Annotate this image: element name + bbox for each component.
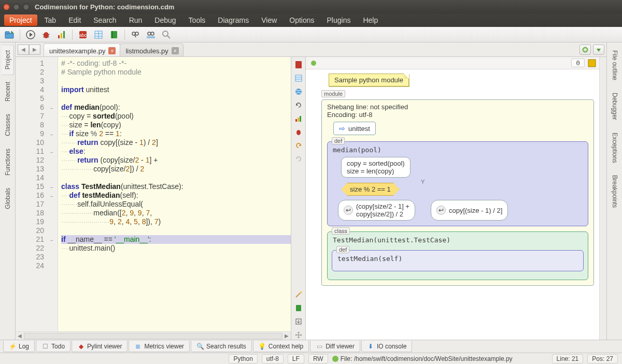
doc-icon[interactable] [294,60,303,69]
body-box: copy = sorted(pool) size = len(copy) [341,157,411,178]
export-icon[interactable] [294,317,303,326]
tab-label: Diff viewer [326,343,355,350]
window-close-button[interactable] [3,4,10,10]
menu-diagrams[interactable]: Diagrams [213,14,254,26]
svg-line-21 [135,35,136,37]
menu-options[interactable]: Options [284,14,319,26]
titlebar: Codimension for Python: codimension.cdm [0,0,622,13]
right-tab-exceptions[interactable]: Exceptions [609,127,621,169]
add-view-button[interactable] [579,45,591,55]
find-icon[interactable] [129,28,142,41]
book-icon[interactable] [108,28,120,41]
view-menu-button[interactable] [593,45,604,55]
svg-rect-33 [295,119,297,122]
bottom-tab-context-help[interactable]: 💡Context help [253,341,309,352]
method-box: def testMedian(self) [332,250,584,271]
bottom-tab-metrics-viewer[interactable]: ≣Metrics viewer [129,341,190,352]
svg-point-22 [148,32,151,35]
menu-tab[interactable]: Tab [39,14,62,26]
import-name: unittest [348,125,370,133]
svg-text:abc: abc [79,33,87,38]
left-sidebar-tabs: ProjectRecentClassesFunctionsGlobals [0,42,16,340]
svg-point-36 [296,130,301,135]
menu-plugins[interactable]: Plugins [322,14,356,26]
bottom-tab-search-results[interactable]: 🔍Search results [191,341,252,352]
svg-rect-28 [295,61,302,68]
import-arrow-icon: ⇨ [339,124,345,133]
status-lang: Python [229,354,257,363]
diagram-vscrollbar[interactable] [599,57,606,340]
bottom-tab-io-console[interactable]: ⬇IO console [361,341,412,352]
diagram-toolbar [291,57,306,340]
search-icon[interactable] [160,28,173,41]
menu-help[interactable]: Help [358,14,383,26]
menu-edit[interactable]: Edit [63,14,86,26]
right-tab-breakpoints[interactable]: Breakpoints [609,169,621,213]
flowchart-canvas[interactable]: Sample python module module Shebang line… [306,69,599,340]
file-tab[interactable]: unittestexample.py× [44,43,120,56]
open-project-icon[interactable] [3,28,16,41]
branch-y-label: Y [421,179,425,185]
tab-label: Todo [51,343,65,350]
left-tab-recent[interactable]: Recent [2,76,14,107]
tab-icon: ▭ [316,343,323,350]
globe-icon[interactable] [294,87,303,96]
svg-point-38 [300,291,302,293]
menu-run[interactable]: Run [124,14,148,26]
list-icon[interactable] [294,74,303,83]
editor-hscrollbar[interactable]: ◀▶ [16,331,291,340]
window-minimize-button[interactable] [13,4,20,10]
close-icon[interactable]: × [172,47,179,54]
doc1-icon[interactable]: abc [77,28,89,41]
right-tab-file-outline[interactable]: File outline [609,45,621,86]
left-tab-project[interactable]: Project [2,45,14,75]
left-tab-globals[interactable]: Globals [2,182,14,215]
right-tab-debugger[interactable]: Debugger [609,87,621,126]
bottom-tab-log[interactable]: ⚡Log [3,341,35,352]
file-tab[interactable]: listmodules.py× [120,43,183,56]
menu-project[interactable]: Project [4,14,37,26]
move-icon[interactable] [294,330,303,340]
menu-view[interactable]: View [256,14,282,26]
tab-label: Search results [206,343,246,350]
code-editor[interactable]: 123456−789−1011−12131415−16−1718192021−2… [16,57,291,340]
bottom-tab-todo[interactable]: ☐Todo [36,341,70,352]
left-tab-classes[interactable]: Classes [2,108,14,142]
encoding-text: Encoding: utf-8 [327,111,588,119]
debug-icon[interactable] [40,28,52,41]
svg-rect-9 [61,33,62,38]
tab-label: IO console [377,343,406,350]
svg-point-32 [295,89,302,95]
editor-code-area[interactable]: # -*- coding: utf-8 -*-# Sample python m… [58,57,291,331]
menu-debug[interactable]: Debug [149,14,181,26]
run-icon[interactable] [24,28,37,41]
menu-tools[interactable]: Tools [183,14,211,26]
reload-icon[interactable] [294,100,303,110]
profile-icon[interactable] [55,28,68,41]
status-line: Line: 21 [552,354,584,363]
close-icon[interactable]: × [108,47,116,54]
status-file: File: /home/swift/codimension/doc/WebSit… [332,355,513,362]
window-maximize-button[interactable] [23,4,30,10]
doc-comment-note: Sample python module [329,74,409,86]
book2-icon[interactable] [294,303,303,313]
menu-search[interactable]: Search [88,14,121,26]
bottom-tab-diff-viewer[interactable]: ▭Diff viewer [310,341,360,352]
module-badge: module [321,90,345,97]
table-icon[interactable] [92,28,105,41]
left-tab-functions[interactable]: Functions [2,143,14,181]
window-title: Codimension for Python: codimension.cdm [35,3,174,11]
tab-icon: ⚡ [9,343,16,350]
bottom-tab-pylint-viewer[interactable]: ◆Pylint viewer [72,341,128,352]
class-box: class TestMedian(unittest.TestCase) def … [327,231,588,280]
wand-icon[interactable] [294,290,303,299]
profile2-icon[interactable] [294,114,303,123]
hazard-icon[interactable] [588,59,596,67]
find-in-files-icon[interactable] [145,28,157,41]
redo-icon[interactable] [294,154,303,164]
tab-nav-back-button[interactable]: ◀ [18,45,29,55]
tab-label: Pylint viewer [87,343,122,350]
undo-icon[interactable] [294,141,303,150]
tab-nav-forward-button[interactable]: ▶ [29,45,40,55]
bug-icon[interactable] [294,127,303,137]
